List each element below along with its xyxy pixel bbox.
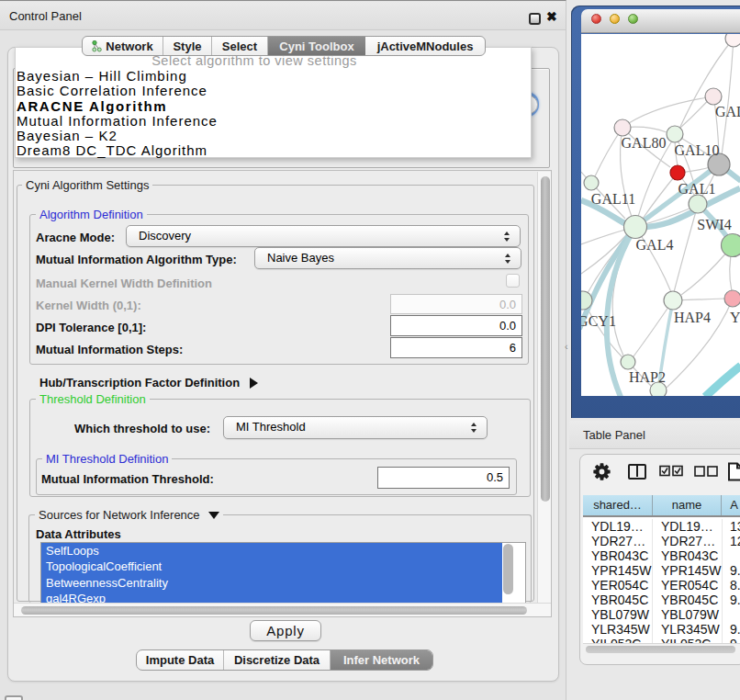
tab-network[interactable]: Network xyxy=(83,37,163,55)
network-node-green[interactable] xyxy=(722,234,740,257)
network-node-SWI4[interactable] xyxy=(689,195,707,213)
tab-discretize-data[interactable]: Discretize Data xyxy=(224,650,331,670)
tab-impute-data[interactable]: Impute Data xyxy=(137,650,224,670)
column-header[interactable]: name xyxy=(653,495,722,515)
tab-select[interactable]: Select xyxy=(212,37,268,55)
data-attribute-item[interactable]: BetweennessCentrality xyxy=(41,575,502,591)
which-threshold-label: Which threshold to use: xyxy=(54,422,210,435)
network-window-titlebar[interactable] xyxy=(581,9,740,33)
table-row[interactable]: YDR27…YDR27…12 xyxy=(583,534,740,548)
unchecked-boxes-icon[interactable] xyxy=(694,466,718,477)
table-row[interactable]: YDL19…YDL19…13 xyxy=(583,519,740,534)
tab-style[interactable]: Style xyxy=(163,37,212,55)
collapse-down-icon[interactable] xyxy=(208,512,219,519)
dpi-tolerance-field[interactable]: 0.0 xyxy=(390,315,522,336)
settings-vertical-scrollbar[interactable] xyxy=(537,172,551,603)
algorithm-option[interactable]: Mutual Information Inference xyxy=(17,114,512,129)
table-cell: YLR345W xyxy=(653,622,722,637)
table-cell: 13 xyxy=(722,519,740,534)
manual-kernel-checkbox[interactable] xyxy=(506,274,520,288)
table-cell: YBR045C xyxy=(583,593,653,607)
dpi-tolerance-label: DPI Tolerance [0,1]: xyxy=(36,321,146,334)
network-node-Y[interactable] xyxy=(724,290,740,307)
algorithm-option[interactable]: Bayesian – K2 xyxy=(17,129,512,143)
table-row[interactable]: YLR345WYLR345W9. xyxy=(583,622,740,637)
tab-cyni-toolbox[interactable]: Cyni Toolbox xyxy=(268,37,365,55)
split-columns-icon[interactable] xyxy=(628,464,646,480)
table-cell: YLR345W xyxy=(583,622,653,637)
document-icon[interactable] xyxy=(727,462,740,481)
data-attribute-item[interactable]: TopologicalCoefficient xyxy=(41,559,502,574)
mi-threshold-field[interactable]: 0.5 xyxy=(377,467,510,489)
table-horizontal-scrollbar[interactable] xyxy=(583,643,740,653)
data-attribute-item[interactable]: gal4RGexp xyxy=(41,591,502,604)
float-window-icon[interactable] xyxy=(529,13,541,25)
column-header[interactable]: A xyxy=(722,495,740,515)
tab-jactivemnodules[interactable]: jActiveMNodules xyxy=(365,37,485,55)
sources-title: Sources for Network Inference xyxy=(35,508,223,522)
close-panel-icon[interactable]: ✖ xyxy=(546,9,557,24)
settings-horizontal-scrollbar[interactable] xyxy=(14,603,551,616)
table-horizontal-scrollbar-thumb[interactable] xyxy=(586,646,735,653)
mi-steps-field[interactable]: 6 xyxy=(390,337,522,358)
table-cell: 12 xyxy=(722,534,740,548)
algorithm-dropdown-list: Bayesian – Hill ClimbingBasic Correlatio… xyxy=(17,69,512,159)
attributes-list-scrollbar[interactable] xyxy=(503,544,513,594)
network-node-label: HAP4 xyxy=(674,310,711,325)
settings-horizontal-scrollbar-thumb[interactable] xyxy=(21,606,527,615)
settings-vertical-scrollbar-thumb[interactable] xyxy=(541,176,550,502)
table-row[interactable]: YBR043CYBR043C xyxy=(583,548,740,563)
checked-boxes-icon[interactable] xyxy=(659,465,683,477)
table-cell: YBR045C xyxy=(653,593,722,607)
column-header[interactable]: shared… xyxy=(583,495,653,515)
control-panel-window: Control Panel ✖ Network Style Select Cyn… xyxy=(0,0,566,700)
network-node-top[interactable] xyxy=(725,34,740,47)
aracne-mode-combobox[interactable]: Discovery xyxy=(126,225,521,247)
algorithm-option[interactable]: Dream8 DC_TDC Algorithm xyxy=(17,143,512,158)
mi-type-combobox[interactable]: Naive Bayes xyxy=(254,247,521,269)
split-divider-handle[interactable]: ‹ xyxy=(565,341,568,352)
network-node-GAL80[interactable] xyxy=(614,119,631,136)
table-row[interactable]: YPR145WYPR145W9. xyxy=(583,563,740,578)
control-panel-title: Control Panel xyxy=(9,9,82,23)
algorithm-option[interactable]: Basic Correlation Inference xyxy=(17,84,512,98)
network-edge xyxy=(643,173,678,219)
table-cell: YBR043C xyxy=(653,548,722,563)
network-node-GAL7[interactable] xyxy=(705,88,722,105)
network-canvas[interactable]: GAL7GAL80GAL10GAL1GAL11SWI4GAL4YHAP4GCY1… xyxy=(581,34,740,396)
table-cell: 8. xyxy=(722,578,740,593)
network-node-GAL10[interactable] xyxy=(667,126,683,142)
expand-right-icon[interactable] xyxy=(250,378,258,389)
mi-type-value: Naive Bayes xyxy=(267,251,334,265)
table-panel: shared…nameA YDL19…YDL19…13YDR27…YDR27…1… xyxy=(579,454,740,665)
apply-button[interactable]: Apply xyxy=(250,620,321,641)
which-threshold-combobox[interactable]: MI Threshold xyxy=(223,416,488,439)
network-node-label: SWI4 xyxy=(697,217,731,232)
network-node-GAL4[interactable] xyxy=(624,216,647,239)
hub-definition-label[interactable]: Hub/Transcription Factor Definition xyxy=(39,376,258,390)
bottom-left-icon[interactable] xyxy=(5,695,23,700)
algorithm-definition-title: Algorithm Definition xyxy=(36,208,147,221)
algorithm-option[interactable]: Bayesian – Hill Climbing xyxy=(17,69,512,84)
network-node-GAL11[interactable] xyxy=(584,175,599,190)
network-icon xyxy=(92,40,102,52)
zoom-window-icon[interactable] xyxy=(628,14,638,24)
table-row[interactable]: YBL079WYBL079W xyxy=(583,607,740,622)
close-window-icon[interactable] xyxy=(591,14,601,24)
network-node-HAP4[interactable] xyxy=(664,291,682,310)
data-attributes-list[interactable]: SelfLoopsTopologicalCoefficientBetweenne… xyxy=(40,542,526,604)
table-row[interactable]: YBR045CYBR045C9. xyxy=(583,593,740,607)
kernel-width-field[interactable]: 0.0 xyxy=(390,294,522,314)
network-edge xyxy=(629,96,713,123)
tab-infer-network[interactable]: Infer Network xyxy=(331,650,432,670)
data-attribute-item[interactable]: SelfLoops xyxy=(41,543,502,559)
network-node-HAP2[interactable] xyxy=(621,355,635,369)
table-row[interactable]: YER054CYER054C8. xyxy=(583,578,740,593)
gear-icon[interactable] xyxy=(593,463,611,480)
table-panel-titlebar: Table Panel xyxy=(569,421,740,449)
table-cell: YBR043C xyxy=(583,548,653,563)
algorithm-option[interactable]: ARACNE Algorithm xyxy=(17,99,512,114)
network-node-GAL1[interactable] xyxy=(670,165,685,180)
threshold-definition-title: Threshold Definition xyxy=(36,392,150,406)
minimize-window-icon[interactable] xyxy=(610,14,620,24)
